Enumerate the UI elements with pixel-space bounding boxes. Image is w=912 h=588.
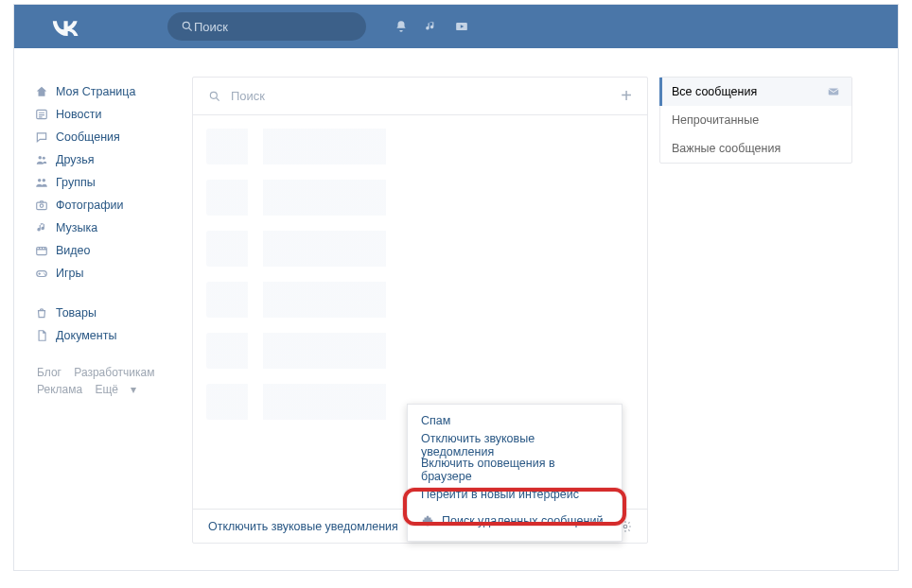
doc-icon <box>35 329 56 342</box>
sidebar: Моя Страница Новости Сообщения Друзья Гр… <box>22 48 181 544</box>
gamepad-icon <box>35 267 56 280</box>
sidebar-item-market[interactable]: Товары <box>29 302 181 324</box>
envelope-icon <box>827 85 840 98</box>
groups-icon <box>35 176 56 189</box>
sidebar-item-label: Друзья <box>56 153 95 166</box>
filter-label: Важные сообщения <box>672 142 780 155</box>
popup-new-interface[interactable]: Перейти в новый интерфейс <box>408 482 622 507</box>
popup-label: Перейти в новый интерфейс <box>421 488 579 501</box>
svg-point-13 <box>210 92 217 98</box>
svg-point-11 <box>44 272 44 273</box>
conversation-row[interactable] <box>206 282 634 318</box>
messages-search-bar: + <box>193 78 647 115</box>
mute-sounds-link[interactable]: Отключить звуковые уведомления <box>208 520 398 533</box>
filter-all[interactable]: Все сообщения <box>660 78 851 106</box>
right-column: Все сообщения Непрочитанные Важные сообщ… <box>659 48 852 544</box>
popup-label: Включить оповещения в браузере <box>421 457 608 483</box>
filter-label: Непрочитанные <box>672 113 759 127</box>
svg-point-8 <box>40 204 44 208</box>
sidebar-item-label: Сообщения <box>56 130 120 144</box>
sidebar-footer: Блог Разработчикам Реклама Ещё ▾ <box>29 347 181 415</box>
clapper-icon <box>35 244 56 257</box>
svg-rect-15 <box>829 89 839 95</box>
footer-more[interactable]: Ещё ▾ <box>95 383 136 396</box>
filter-unread[interactable]: Непрочитанные <box>660 106 851 134</box>
svg-point-14 <box>623 525 627 528</box>
bag-icon <box>35 306 56 320</box>
footer-blog[interactable]: Блог <box>37 366 61 379</box>
settings-popup: Спам Отключить звуковые уведомления Вклю… <box>407 404 623 542</box>
popup-label: Поиск удаленных сообщений <box>442 514 603 527</box>
conversation-row[interactable] <box>206 129 634 164</box>
svg-rect-7 <box>37 202 47 210</box>
sidebar-item-video[interactable]: Видео <box>29 239 181 262</box>
svg-rect-10 <box>37 271 47 277</box>
topbar <box>14 5 898 48</box>
svg-point-3 <box>39 156 43 160</box>
search-icon <box>208 90 221 103</box>
video-icon[interactable] <box>455 20 468 33</box>
svg-point-4 <box>43 157 45 160</box>
sidebar-item-label: Игры <box>56 267 83 280</box>
sidebar-item-messages[interactable]: Сообщения <box>29 126 181 148</box>
top-search[interactable] <box>167 12 366 41</box>
filter-important[interactable]: Важные сообщения <box>660 134 851 163</box>
news-icon <box>35 108 56 121</box>
conversation-row[interactable] <box>206 333 634 369</box>
sidebar-item-friends[interactable]: Друзья <box>29 148 181 171</box>
sidebar-item-label: Документы <box>56 329 116 342</box>
sidebar-item-label: Группы <box>56 176 96 189</box>
top-icons <box>395 20 468 33</box>
sidebar-item-label: Видео <box>56 244 91 257</box>
svg-point-0 <box>183 22 189 28</box>
music-icon[interactable] <box>425 20 438 33</box>
svg-point-12 <box>44 274 45 275</box>
conversation-row[interactable] <box>206 231 634 267</box>
sidebar-item-news[interactable]: Новости <box>29 103 181 126</box>
vk-logo[interactable] <box>50 17 82 36</box>
popup-label: Спам <box>421 414 450 427</box>
svg-point-5 <box>38 179 42 182</box>
sidebar-item-label: Музыка <box>56 221 97 234</box>
sidebar-item-groups[interactable]: Группы <box>29 171 181 194</box>
extension-icon <box>421 514 438 527</box>
sidebar-item-docs[interactable]: Документы <box>29 324 181 347</box>
sidebar-item-label: Моя Страница <box>56 85 135 98</box>
home-icon <box>35 85 56 98</box>
sidebar-item-music[interactable]: Музыка <box>29 216 181 239</box>
popup-deleted-messages-search[interactable]: Поиск удаленных сообщений <box>408 507 622 535</box>
sidebar-item-label: Фотографии <box>56 199 123 212</box>
new-conversation-button[interactable]: + <box>621 85 632 107</box>
footer-devs[interactable]: Разработчикам <box>74 366 154 379</box>
friends-icon <box>35 153 56 166</box>
search-icon <box>181 20 194 33</box>
popup-label: Отключить звуковые уведомления <box>421 432 608 458</box>
sidebar-item-profile[interactable]: Моя Страница <box>29 80 181 103</box>
bell-icon[interactable] <box>395 20 408 33</box>
messages-filters: Все сообщения Непрочитанные Важные сообщ… <box>659 77 852 164</box>
camera-icon <box>35 199 56 212</box>
messages-search-input[interactable] <box>231 89 621 103</box>
sidebar-item-label: Товары <box>56 306 96 320</box>
conversation-row[interactable] <box>206 180 634 216</box>
messages-icon <box>35 130 56 144</box>
filter-label: Все сообщения <box>672 85 757 98</box>
popup-browser-notifications[interactable]: Включить оповещения в браузере <box>408 458 622 482</box>
svg-point-6 <box>43 179 46 182</box>
sidebar-item-games[interactable]: Игры <box>29 262 181 285</box>
sidebar-item-label: Новости <box>56 108 101 121</box>
sidebar-item-photos[interactable]: Фотографии <box>29 194 181 216</box>
popup-spam[interactable]: Спам <box>408 408 622 433</box>
footer-ads[interactable]: Реклама <box>37 383 82 396</box>
popup-mute-sounds[interactable]: Отключить звуковые уведомления <box>408 433 622 458</box>
note-icon <box>35 221 56 234</box>
top-search-input[interactable] <box>194 20 345 34</box>
